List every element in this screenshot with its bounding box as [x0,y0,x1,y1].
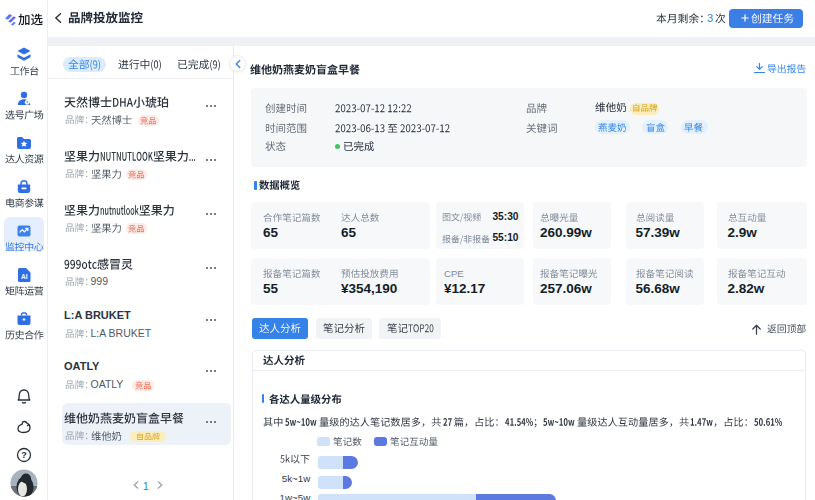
svg-text:AI: AI [21,273,28,280]
svg-text:?: ? [21,450,27,460]
